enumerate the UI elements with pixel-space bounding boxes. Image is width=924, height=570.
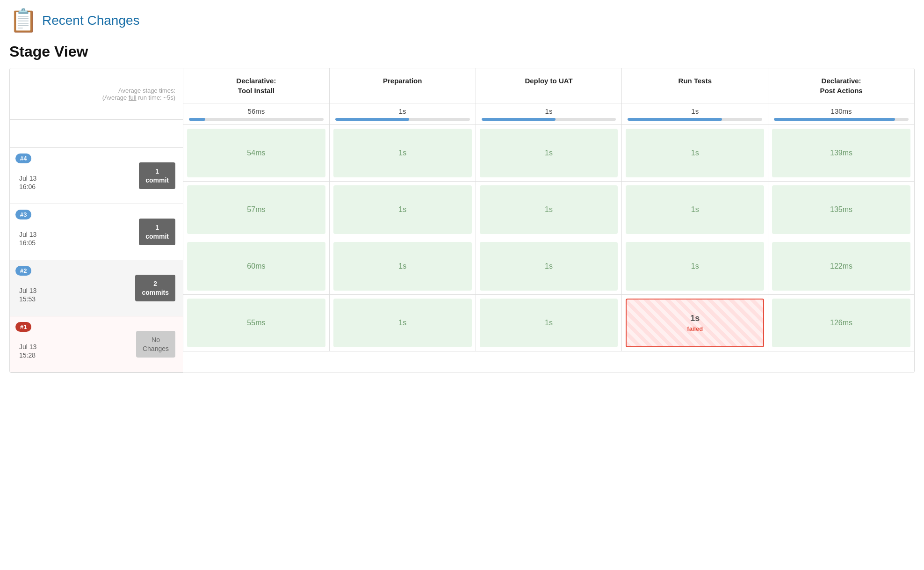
cell-inner: 122ms [772, 242, 910, 291]
avg-stage-times-label: Average stage times: [17, 87, 175, 94]
cell-inner: 135ms [772, 185, 910, 234]
build-time: 16:05 [19, 239, 36, 247]
avg-bar [482, 118, 556, 121]
cell-inner: 1s [480, 242, 618, 291]
cell-inner: 1s [626, 129, 764, 177]
stage-avg-deploy-uat: 1s [476, 103, 622, 125]
cell-inner: 57ms [187, 185, 325, 234]
cell-inner: 1s [480, 185, 618, 234]
build-time: 15:28 [19, 351, 36, 359]
avg-bar-container [774, 118, 909, 121]
stage-header-preparation: Preparation [329, 68, 476, 103]
cell-build-3-deploy-uat[interactable]: 1s [476, 182, 622, 238]
cell-inner: 126ms [772, 299, 910, 347]
builds-list: #4Jul 13 16:061commit#3Jul 13 16:051comm… [10, 148, 183, 373]
page-header: 📋 Recent Changes [9, 9, 915, 32]
avg-full-time-label: (Average full run time: ~5s) [17, 94, 175, 101]
cell-build-2-tool-install[interactable]: 60ms [183, 238, 329, 295]
cell-inner: 1s [626, 242, 764, 291]
build-info-build-3: Jul 13 16:05 [17, 231, 36, 247]
avg-bar-container [628, 118, 762, 121]
build-date: Jul 13 [19, 175, 36, 182]
cell-inner: 60ms [187, 242, 325, 291]
cell-build-1-preparation[interactable]: 1s [329, 295, 476, 351]
avg-bar [774, 118, 895, 121]
build-row-build-4: #4Jul 13 16:061commit [10, 148, 183, 204]
cell-inner: 1s [333, 299, 472, 347]
build-badge-build-3[interactable]: #3 [15, 210, 31, 219]
commit-button-build-2[interactable]: 2commits [135, 275, 175, 301]
cell-inner: 55ms [187, 299, 325, 347]
build-info-build-4: Jul 13 16:06 [17, 175, 36, 190]
cell-time: 1s [690, 314, 700, 323]
build-time: 16:06 [19, 183, 36, 190]
stage-header-deploy-uat: Deploy to UAT [476, 68, 622, 103]
cell-build-3-run-tests[interactable]: 1s [621, 182, 768, 238]
build-info-build-1: Jul 13 15:28 [17, 343, 36, 359]
avg-spacer-row [10, 120, 183, 148]
cell-build-4-run-tests[interactable]: 1s [621, 125, 768, 182]
stage-header-tool-install: Declarative:Tool Install [183, 68, 329, 103]
cell-build-1-run-tests[interactable]: 1s failed [621, 295, 768, 351]
build-badge-build-4[interactable]: #4 [15, 153, 31, 163]
build-badge-build-1[interactable]: #1 [15, 322, 31, 332]
cell-build-3-post-actions[interactable]: 135ms [768, 182, 914, 238]
cell-inner: 1s [480, 129, 618, 177]
cell-inner: 1s [333, 242, 472, 291]
build-date: Jul 13 [19, 231, 36, 238]
cell-build-2-preparation[interactable]: 1s [329, 238, 476, 295]
page-title: Stage View [9, 43, 915, 60]
stage-header-post-actions: Declarative:Post Actions [768, 68, 914, 103]
cell-build-1-deploy-uat[interactable]: 1s [476, 295, 622, 351]
cell-build-2-post-actions[interactable]: 122ms [768, 238, 914, 295]
cell-build-3-tool-install[interactable]: 57ms [183, 182, 329, 238]
avg-bar-container [335, 118, 470, 121]
avg-bar [189, 118, 205, 121]
cell-build-1-tool-install[interactable]: 55ms [183, 295, 329, 351]
cell-build-2-deploy-uat[interactable]: 1s [476, 238, 622, 295]
cell-inner: 1s [626, 185, 764, 234]
cell-inner: 1s [333, 129, 472, 177]
cell-build-2-run-tests[interactable]: 1s [621, 238, 768, 295]
stages-grid: Declarative:Tool InstallPreparationDeplo… [183, 68, 914, 351]
cell-build-4-deploy-uat[interactable]: 1s [476, 125, 622, 182]
recent-changes-link[interactable]: Recent Changes [42, 13, 140, 28]
build-row-build-3: #3Jul 13 16:051commit [10, 204, 183, 260]
commit-button-build-4[interactable]: 1commit [139, 162, 175, 189]
notebook-icon: 📋 [9, 9, 37, 32]
avg-bar [335, 118, 409, 121]
build-badge-build-2[interactable]: #2 [15, 266, 31, 276]
cell-build-4-post-actions[interactable]: 139ms [768, 125, 914, 182]
stage-view-container: Average stage times: (Average full run t… [9, 68, 915, 373]
build-date: Jul 13 [19, 343, 36, 351]
cell-inner: 1s [333, 185, 472, 234]
avg-bar-container [189, 118, 324, 121]
build-date: Jul 13 [19, 287, 36, 294]
build-row-build-2: #2Jul 13 15:532commits [10, 260, 183, 316]
commit-button-build-3[interactable]: 1commit [139, 219, 175, 245]
avg-bar-container [482, 118, 616, 121]
commit-button-build-1[interactable]: NoChanges [136, 331, 175, 357]
builds-panel: Average stage times: (Average full run t… [10, 68, 183, 373]
avg-label-area: Average stage times: (Average full run t… [10, 68, 183, 120]
build-row-build-1: #1Jul 13 15:28NoChanges [10, 316, 183, 373]
build-time: 15:53 [19, 295, 36, 303]
stage-header-run-tests: Run Tests [621, 68, 768, 103]
cell-build-4-preparation[interactable]: 1s [329, 125, 476, 182]
cell-build-4-tool-install[interactable]: 54ms [183, 125, 329, 182]
stage-avg-run-tests: 1s [621, 103, 768, 125]
stages-panel: Declarative:Tool InstallPreparationDeplo… [183, 68, 914, 373]
stage-avg-tool-install: 56ms [183, 103, 329, 125]
avg-bar [628, 118, 722, 121]
cell-failed-label: failed [687, 325, 703, 332]
cell-inner: 139ms [772, 129, 910, 177]
stage-avg-post-actions: 130ms [768, 103, 914, 125]
cell-inner: 54ms [187, 129, 325, 177]
cell-inner: 1s [480, 299, 618, 347]
cell-build-3-preparation[interactable]: 1s [329, 182, 476, 238]
build-info-build-2: Jul 13 15:53 [17, 287, 36, 303]
stage-avg-preparation: 1s [329, 103, 476, 125]
cell-build-1-post-actions[interactable]: 126ms [768, 295, 914, 351]
